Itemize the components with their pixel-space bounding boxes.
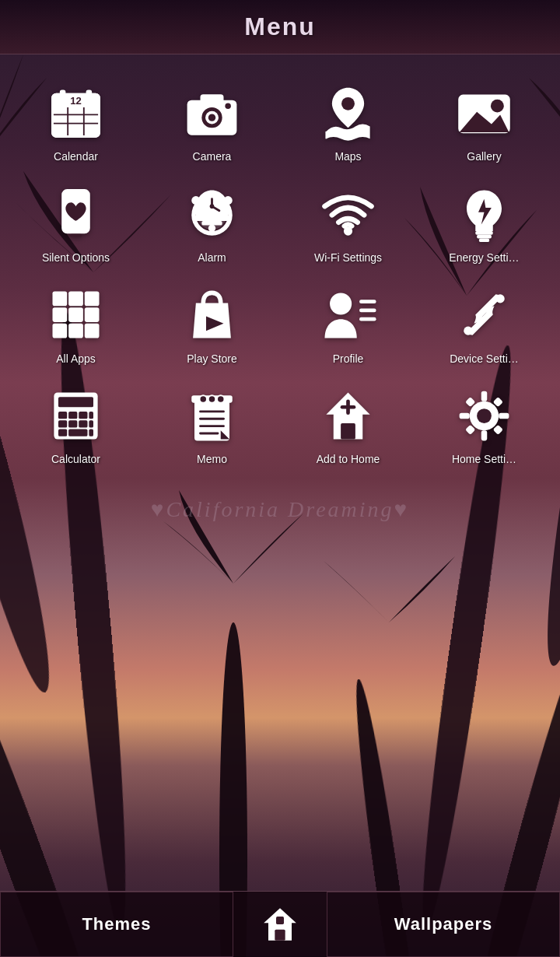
svg-point-81 [200, 395, 207, 402]
svg-point-59 [330, 293, 352, 314]
svg-rect-18 [60, 89, 66, 100]
svg-rect-57 [85, 324, 100, 338]
silent-label: Silent Options [42, 251, 110, 265]
wifi-label: Wi-Fi Settings [314, 251, 382, 265]
svg-rect-51 [85, 292, 100, 307]
memo-label: Memo [197, 453, 227, 466]
svg-rect-69 [68, 412, 77, 419]
profile-label: Profile [333, 352, 364, 366]
calculator-label: Calculator [51, 453, 100, 466]
energy-icon [453, 183, 516, 245]
homesettings-label: Home Setti… [452, 453, 516, 466]
app-item-maps[interactable]: Maps [280, 70, 416, 171]
maps-label: Maps [334, 150, 361, 163]
calendar-icon: 12 [45, 82, 107, 144]
svg-point-64 [496, 294, 505, 303]
svg-rect-78 [89, 429, 93, 436]
home-button[interactable] [233, 892, 327, 957]
svg-rect-74 [58, 429, 67, 436]
calendar-label: Calendar [54, 150, 98, 163]
svg-rect-72 [68, 420, 77, 427]
wallpapers-label: Wallpapers [394, 914, 493, 934]
svg-text:12: 12 [70, 95, 82, 107]
alarm-icon [181, 183, 243, 245]
svg-rect-93 [481, 391, 488, 401]
app-item-calendar[interactable]: 12 Calendar [8, 70, 144, 171]
svg-rect-19 [86, 89, 93, 100]
svg-rect-94 [481, 430, 488, 440]
calculator-icon [45, 384, 107, 447]
addtohome-label: Add to Home [317, 453, 380, 466]
app-item-devicesettings[interactable]: Device Setti… [416, 272, 552, 373]
devicesettings-icon [453, 284, 516, 346]
svg-point-31 [491, 99, 504, 112]
svg-rect-102 [275, 930, 285, 941]
wifi-icon [317, 183, 380, 245]
camera-icon [181, 82, 243, 144]
app-item-memo[interactable]: Memo [144, 373, 280, 474]
app-item-camera[interactable]: Camera [144, 70, 280, 171]
gallery-label: Gallery [467, 150, 501, 163]
svg-point-26 [341, 96, 355, 110]
gallery-icon [453, 82, 516, 144]
svg-rect-73 [79, 420, 87, 427]
playstore-label: Play Store [187, 352, 237, 366]
svg-point-82 [208, 395, 215, 402]
themes-button[interactable]: Themes [0, 892, 233, 957]
header: Menu [0, 0, 560, 54]
app-item-alarm[interactable]: Alarm [144, 171, 280, 272]
svg-point-83 [217, 395, 224, 402]
watermark: ♥California Dreaming♥ [0, 482, 560, 538]
svg-point-63 [464, 327, 472, 335]
svg-rect-103 [276, 917, 284, 924]
svg-point-39 [208, 225, 215, 232]
svg-rect-34 [70, 234, 82, 237]
svg-point-40 [191, 196, 200, 205]
app-grid: 12 Calendar [0, 54, 560, 489]
svg-rect-53 [68, 307, 83, 322]
svg-rect-68 [58, 412, 67, 419]
app-item-calculator[interactable]: Calculator [8, 373, 144, 474]
devicesettings-label: Device Setti… [450, 352, 519, 366]
svg-point-41 [224, 196, 233, 205]
svg-rect-55 [53, 324, 68, 338]
app-item-gallery[interactable]: Gallery [416, 70, 552, 171]
svg-point-25 [225, 103, 231, 109]
svg-rect-96 [499, 413, 509, 419]
svg-rect-77 [89, 420, 93, 427]
svg-rect-47 [477, 235, 492, 239]
profile-icon [317, 284, 380, 346]
app-item-playstore[interactable]: Play Store [144, 272, 280, 373]
svg-point-92 [477, 408, 492, 423]
addtohome-icon [317, 384, 380, 447]
maps-icon [317, 82, 380, 144]
svg-point-44 [210, 205, 215, 209]
allapps-icon [45, 284, 107, 346]
svg-rect-75 [68, 429, 87, 436]
camera-label: Camera [193, 150, 232, 163]
app-item-allapps[interactable]: All Apps [8, 272, 144, 373]
memo-icon [181, 384, 243, 447]
svg-point-45 [344, 227, 352, 236]
svg-rect-95 [460, 413, 470, 419]
app-item-energy[interactable]: Energy Setti… [416, 171, 552, 272]
energy-label: Energy Setti… [449, 251, 519, 265]
app-item-wifi[interactable]: Wi-Fi Settings [280, 171, 416, 272]
svg-rect-46 [475, 231, 493, 235]
svg-rect-76 [89, 412, 93, 419]
wallpapers-button[interactable]: Wallpapers [327, 892, 560, 957]
app-item-silent[interactable]: Silent Options [8, 171, 144, 272]
app-item-profile[interactable]: Profile [280, 272, 416, 373]
svg-rect-56 [68, 324, 83, 338]
homesettings-icon [453, 384, 516, 447]
app-item-homesettings[interactable]: Home Setti… [416, 373, 552, 474]
svg-rect-67 [58, 397, 93, 407]
svg-rect-70 [79, 412, 87, 419]
home-icon [261, 905, 299, 944]
app-item-addtohome[interactable]: Add to Home [280, 373, 416, 474]
svg-rect-49 [53, 292, 68, 307]
svg-rect-21 [201, 94, 224, 103]
svg-rect-54 [85, 307, 100, 322]
svg-rect-48 [479, 239, 489, 243]
bottom-bar: Themes Wallpapers [0, 891, 560, 957]
